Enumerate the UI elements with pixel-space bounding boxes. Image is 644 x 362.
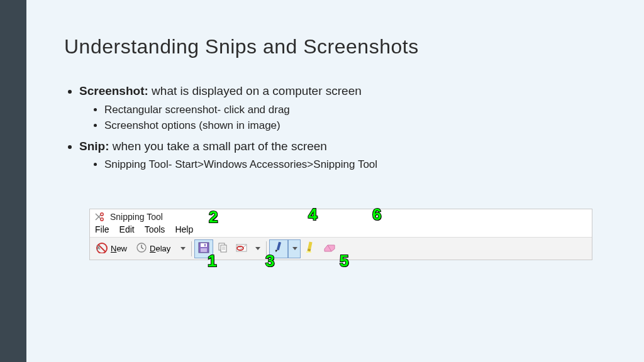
- snipping-tool-window: Snipping Tool File Edit Tools Help: [89, 209, 592, 260]
- svg-rect-14: [204, 244, 206, 246]
- text-screenshot: what is displayed on a computer screen: [148, 84, 362, 97]
- delay-button[interactable]: Delay: [133, 239, 176, 258]
- send-dropdown[interactable]: [251, 239, 264, 258]
- sub-item: Snipping Tool- Start>Windows Accessories…: [104, 156, 606, 173]
- sub-item: Rectangular screenshot- click and drag: [104, 102, 606, 118]
- scissors-red-icon: [96, 242, 108, 256]
- svg-rect-22: [277, 241, 281, 250]
- menu-edit[interactable]: Edit: [119, 224, 135, 234]
- menu-file[interactable]: File: [95, 224, 109, 234]
- toolbar: New Delay: [90, 237, 592, 260]
- envelope-icon: [235, 243, 248, 255]
- copy-icon: [217, 242, 228, 256]
- menu-tools[interactable]: Tools: [145, 224, 165, 234]
- send-button[interactable]: [232, 239, 251, 258]
- pen-button[interactable]: [269, 239, 288, 258]
- clock-icon: [136, 242, 147, 256]
- svg-rect-24: [308, 241, 313, 249]
- delay-dropdown[interactable]: [176, 239, 189, 258]
- save-button[interactable]: [194, 239, 213, 258]
- chevron-down-icon: [180, 247, 186, 250]
- term-snip: Snip:: [79, 140, 109, 153]
- chevron-down-icon: [292, 247, 297, 250]
- scissors-icon: [95, 212, 106, 222]
- svg-rect-12: [201, 243, 207, 247]
- delay-label: Delay: [147, 244, 173, 253]
- snipping-tool-capture: Snipping Tool File Edit Tools Help: [89, 209, 592, 260]
- text-snip: when you take a small part of the screen: [109, 140, 327, 153]
- floppy-disk-icon: [197, 241, 210, 256]
- slide-body: Understanding Snips and Screenshots Scre…: [26, 0, 644, 362]
- bullet-screenshot: Screenshot: what is displayed on a compu…: [79, 82, 606, 134]
- eraser-icon: [323, 243, 336, 255]
- chevron-down-icon: [255, 247, 260, 250]
- bullet-snip: Snip: when you take a small part of the …: [79, 138, 606, 173]
- sub-item: Screenshot options (shown in image): [104, 118, 606, 134]
- highlighter-icon: [304, 241, 316, 256]
- sub-list-snip: Snipping Tool- Start>Windows Accessories…: [79, 156, 606, 173]
- toolbar-separator: [191, 241, 192, 256]
- eraser-button[interactable]: [319, 239, 340, 258]
- term-screenshot: Screenshot:: [79, 84, 148, 97]
- new-button[interactable]: New: [92, 239, 133, 258]
- new-label: New: [108, 244, 130, 253]
- svg-rect-13: [201, 248, 207, 252]
- menu-bar: File Edit Tools Help: [90, 223, 592, 237]
- pen-icon: [273, 241, 284, 256]
- slide-title: Understanding Snips and Screenshots: [64, 35, 606, 58]
- window-title: Snipping Tool: [110, 212, 163, 222]
- window-titlebar: Snipping Tool: [90, 209, 592, 223]
- toolbar-separator: [266, 241, 267, 256]
- sub-list-screenshot: Rectangular screenshot- click and drag S…: [79, 102, 606, 134]
- bullet-list: Screenshot: what is displayed on a compu…: [64, 82, 606, 173]
- pen-dropdown[interactable]: [288, 239, 301, 258]
- svg-rect-26: [306, 251, 311, 253]
- highlighter-button[interactable]: [301, 239, 319, 258]
- menu-help[interactable]: Help: [175, 224, 193, 234]
- copy-button[interactable]: [213, 239, 232, 258]
- slide-accent-stripe: [0, 0, 26, 362]
